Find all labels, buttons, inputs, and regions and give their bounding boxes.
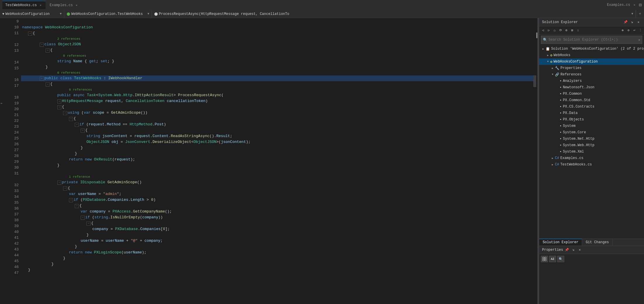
back-icon[interactable]: ◁ [540,28,546,33]
forward-icon[interactable]: ▷ [546,28,551,33]
ln-ref3: · [6,71,19,77]
tree-item-pxdata[interactable]: ▪ PX.Data [539,110,644,116]
prop-alpha-btn[interactable]: AZ [549,256,556,262]
collapse-38[interactable]: − [81,216,85,220]
collapse-22[interactable]: − [69,117,73,121]
properties-dock-icon[interactable]: ⇲ [571,247,576,253]
tree-item-testwebhooks[interactable]: ▶ C# TestWebHooks.cs [539,161,644,168]
tab-git-changes[interactable]: Git Changes [582,239,612,246]
right-panel: Solution Explorer 📌 ⇲ ✕ ◁ ▷ ⌂ ⟳ ⚙ ⊞ ↕ ⊕ … [539,18,644,304]
tree-item-systemnethttp[interactable]: ▪ System.Net.Http [539,136,644,142]
collapse-35[interactable]: − [69,198,73,202]
more-icon[interactable]: ⋮ [638,28,643,33]
collapse-33[interactable]: − [63,186,67,191]
webhooks-expand[interactable]: ▶ [546,54,550,57]
references-expand[interactable]: ▼ [550,73,555,76]
collapse-20[interactable]: − [57,105,61,109]
tab-solution-explorer[interactable]: Solution Explorer [539,239,582,246]
tab-examples[interactable]: Examples.cs ✕ [47,1,81,9]
code-line-15: } [21,64,533,70]
tree-item-analyzers[interactable]: ▪ Analyzers [539,78,644,84]
collapse-11[interactable]: − [28,32,32,36]
tree-item-systemxml[interactable]: ▪ System.Xml [539,148,644,155]
tree-item-webhooks[interactable]: ▶ ⚙ WebHooks [539,52,644,58]
whc-project-icon: ⚙ [550,60,552,64]
filter-icon[interactable]: ⊞ [570,28,575,33]
collapse-all-icon[interactable]: ⊖ [626,28,631,33]
tree-item-systemwebhttp[interactable]: ▪ System.Web.Http [539,142,644,148]
properties-close-icon[interactable]: ✕ [577,247,582,253]
tree-item-pxobjects[interactable]: ▪ PX.Objects [539,116,644,123]
scroll-thumb[interactable] [536,32,537,38]
collapse-32[interactable]: − [57,181,61,185]
tree-item-webhooksconfiguration[interactable]: ▼ ⚙ WebHooksConfiguration [539,58,644,65]
testwebhooks-label: TestWebHooks.cs [560,163,592,167]
collapse-13[interactable]: − [46,49,50,53]
properties-pin-icon[interactable]: 📌 [564,247,570,253]
code-line-45: } [21,255,533,261]
settings-icon[interactable]: ⚙ [564,28,569,33]
solution-expand[interactable]: ▶ [541,47,546,51]
tab-testwebhooks[interactable]: TestWebHooks.cs ✕ [2,1,46,9]
collapse-12[interactable]: − [40,43,44,47]
examples-right-close[interactable]: ✕ [632,3,636,7]
ln-ref1: · [6,36,19,42]
tree-item-pxcommon[interactable]: ▪ PX.Common [539,91,644,97]
properties-expand[interactable]: ▶ [550,67,555,70]
collapse-23[interactable]: − [75,123,79,127]
tree-item-properties[interactable]: ▶ 🔧 Properties [539,65,644,71]
tab-examples-close[interactable]: ✕ [74,3,79,7]
collapse-16[interactable]: − [40,77,44,81]
nav-segment-class[interactable]: ▼ WebHooksConfiguration ▼ [0,10,64,18]
nav-segment-method[interactable]: ⬤ WebHooksConfiguration.TestWebHooks ▼ [64,10,152,18]
prop-search-btn[interactable]: 🔍 [557,256,564,262]
home-icon[interactable]: ⌂ [552,28,557,33]
tab-testwebhooks-close[interactable]: ✕ [39,3,43,7]
tree-item-pxcommonstd[interactable]: ▪ PX.Common.Std [539,97,644,103]
ln-46: 46 [6,264,19,270]
nav-segment-param[interactable]: ⬤ ProcessRequestAsync(HttpRequestMessage… [152,10,636,18]
collapse-24[interactable]: − [81,129,85,133]
dock-icon[interactable]: ⇲ [629,20,635,25]
sort-icon[interactable]: ↕ [575,28,581,33]
solution-explorer-search[interactable]: 🔍 ✕ [541,36,642,44]
panel-icon-group: 📌 ⇲ ✕ [623,20,641,25]
collapse-21[interactable]: − [63,111,67,115]
tree-item-newtonsoft[interactable]: ▪ Newtonsoft.Json [539,84,644,91]
tree-item-system[interactable]: ▪ System [539,123,644,129]
code-line-10: namespace WebHooksConfiguration [21,25,533,30]
tree-item-pxcscontracts[interactable]: ▪ PX.CS.Contracts [539,103,644,110]
scroll-map[interactable] [533,18,537,304]
expand-all-icon[interactable]: ⊕ [620,28,625,33]
search-input[interactable] [548,38,637,42]
nav-segment2-arrow: ▼ [147,12,149,15]
examples-expand[interactable]: ▶ [550,157,555,160]
tree-item-systemcore[interactable]: ▪ System.Core [539,129,644,136]
systemwebhttp-label: System.Web.Http [563,143,594,147]
ln-42: 42 [6,241,19,247]
collapse-17[interactable]: − [46,82,50,87]
prop-category-btn[interactable] [541,256,548,262]
pin-icon[interactable]: 📌 [623,20,628,25]
webhooksconfiguration-expand[interactable]: ▼ [546,60,550,63]
no-expand [555,80,560,82]
collapse-39[interactable]: − [86,222,91,226]
search-clear-icon[interactable]: ✕ [638,38,640,42]
tree-item-examples[interactable]: ▶ C# Examples.cs [539,155,644,161]
collapse-19[interactable]: − [57,99,61,103]
close-panel-icon[interactable]: ✕ [636,20,641,25]
show-in-editor-icon[interactable]: ↩ [632,28,637,33]
ln-20: 20 [6,106,19,112]
refresh-icon[interactable]: ⟳ [558,28,563,33]
ln-24: 24 [6,130,19,136]
ln-45: 45 [6,258,19,264]
code-content[interactable]: namespace WebHooksConfiguration −{ 2 ref… [21,18,533,304]
bottom-tab-strip: Solution Explorer Git Changes [539,239,644,246]
testwebhooks-expand[interactable]: ▶ [550,163,555,166]
tree-item-solution[interactable]: ▶ 📋 Solution 'WebHooksConfiguration' (2 … [539,46,644,52]
nav-add-button[interactable]: + [636,10,644,18]
tree-item-references[interactable]: ▼ 🔗 References [539,71,644,78]
collapse-36[interactable]: − [75,204,79,208]
split-editor-icon[interactable]: ⊟ [639,2,642,8]
examples-tab-right-label: Examples.cs [607,3,630,7]
